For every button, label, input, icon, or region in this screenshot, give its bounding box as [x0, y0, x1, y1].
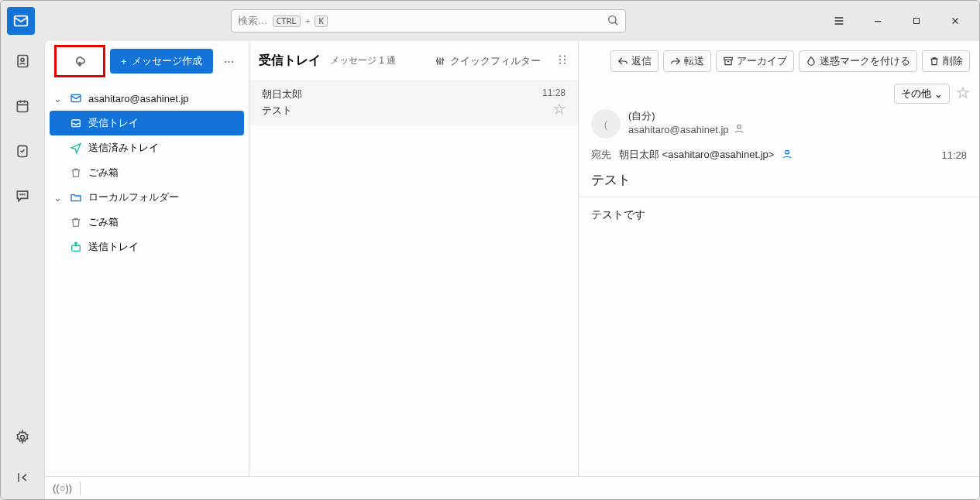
- junk-label: 迷惑マークを付ける: [820, 54, 910, 68]
- trash-icon: [68, 166, 84, 179]
- svg-point-8: [22, 194, 23, 195]
- app-mail-icon[interactable]: [7, 7, 35, 35]
- window-minimize-button[interactable]: [860, 8, 896, 34]
- chat-icon[interactable]: [7, 180, 38, 211]
- archive-button[interactable]: アーカイブ: [716, 50, 794, 72]
- message-sender: 朝日太郎: [262, 87, 302, 101]
- trash-icon: [68, 216, 84, 228]
- svg-point-10: [21, 436, 25, 440]
- reading-pane: 返信 転送 アーカイブ 迷惑マークを付ける 削除 その他⌄ ( (自分) asa…: [579, 41, 979, 476]
- svg-point-9: [24, 194, 25, 195]
- list-title: 受信トレイ: [259, 53, 321, 69]
- status-bar: ((○)): [45, 476, 979, 499]
- titlebar: 検索… CTRL + K: [1, 1, 979, 41]
- star-icon[interactable]: [956, 86, 970, 102]
- svg-point-7: [20, 194, 21, 195]
- message-list-pane: 受信トレイ メッセージ 1 通 クイックフィルター 朝日太郎 11:28 テスト: [249, 41, 579, 476]
- folder-label: ごみ箱: [88, 166, 119, 180]
- folder-outbox[interactable]: 送信トレイ: [45, 235, 249, 259]
- contact-icon[interactable]: [734, 123, 744, 136]
- folder-pane: + メッセージ作成 ⋯ ⌄ asahitaro@asahinet.jp 受信トレ…: [45, 41, 249, 476]
- sent-icon: [68, 142, 84, 154]
- forward-label: 転送: [684, 54, 704, 68]
- svg-point-14: [436, 60, 438, 61]
- divider: [80, 481, 81, 495]
- folder-label: ごみ箱: [88, 215, 119, 229]
- account-row[interactable]: ⌄ asahitaro@asahinet.jp: [45, 86, 249, 111]
- folder-inbox[interactable]: 受信トレイ: [50, 111, 244, 135]
- search-placeholder: 検索…: [238, 14, 268, 28]
- chevron-down-icon: ⌄: [934, 88, 943, 100]
- recipient-value: 朝日太郎 <asahitaro@asahinet.jp>: [619, 148, 774, 162]
- recipient-label: 宛先: [591, 148, 611, 162]
- delete-label: 削除: [943, 54, 963, 68]
- svg-point-4: [21, 58, 24, 61]
- avatar: (: [591, 109, 621, 139]
- forward-button[interactable]: 転送: [663, 50, 711, 72]
- message-subject: テスト: [262, 104, 292, 118]
- svg-point-18: [737, 125, 741, 128]
- sender-email: asahitaro@asahinet.jp: [628, 124, 729, 135]
- avatar-initial: (: [604, 118, 607, 130]
- folder-icon: [68, 191, 84, 204]
- address-book-icon[interactable]: [7, 46, 38, 77]
- message-item[interactable]: 朝日太郎 11:28 テスト: [249, 81, 578, 125]
- svg-point-15: [439, 62, 441, 63]
- settings-icon[interactable]: [7, 422, 38, 453]
- chevron-down-icon: ⌄: [51, 93, 64, 104]
- archive-label: アーカイブ: [737, 54, 787, 68]
- app-menu-button[interactable]: [821, 8, 857, 34]
- list-count: メッセージ 1 通: [330, 54, 396, 67]
- junk-button[interactable]: 迷惑マークを付ける: [799, 50, 917, 72]
- account-name: ローカルフォルダー: [88, 190, 179, 204]
- search-icon: [607, 14, 619, 29]
- chevron-down-icon: ⌄: [51, 192, 64, 204]
- contact-icon[interactable]: [782, 149, 793, 162]
- plus-icon: +: [121, 56, 127, 67]
- folder-label: 送信済みトレイ: [88, 141, 159, 155]
- other-actions-button[interactable]: その他⌄: [894, 84, 950, 104]
- message-time: 11:28: [542, 87, 566, 101]
- tasks-icon[interactable]: [7, 135, 38, 166]
- svg-rect-17: [724, 57, 733, 60]
- search-plus: +: [305, 16, 310, 26]
- star-icon[interactable]: [553, 103, 566, 118]
- quick-filter-button[interactable]: クイックフィルター: [435, 54, 541, 68]
- get-messages-button[interactable]: [54, 45, 105, 77]
- folder-label: 受信トレイ: [88, 116, 139, 130]
- list-layout-button[interactable]: [556, 53, 569, 68]
- calendar-icon[interactable]: [7, 91, 38, 122]
- compose-label: メッセージ作成: [132, 54, 202, 68]
- compose-button[interactable]: + メッセージ作成: [110, 49, 213, 74]
- spaces-toolbar: [1, 41, 44, 499]
- window-close-button[interactable]: [937, 8, 973, 34]
- folder-more-button[interactable]: ⋯: [218, 50, 239, 72]
- sync-icon[interactable]: ((○)): [53, 482, 72, 494]
- svg-point-1: [608, 15, 615, 22]
- collapse-rail-icon[interactable]: [7, 462, 38, 493]
- inbox-icon: [68, 117, 84, 129]
- quick-filter-label: クイックフィルター: [450, 54, 541, 68]
- message-time: 11:28: [941, 149, 967, 161]
- delete-button[interactable]: 削除: [922, 50, 970, 72]
- search-kbd-ctrl: CTRL: [273, 15, 301, 27]
- account-name: asahitaro@asahinet.jp: [88, 93, 189, 104]
- svg-point-16: [442, 59, 443, 60]
- folder-tree: ⌄ asahitaro@asahinet.jp 受信トレイ 送信済みトレイ: [45, 81, 249, 264]
- folder-local-trash[interactable]: ごみ箱: [45, 210, 249, 235]
- svg-point-19: [786, 150, 789, 154]
- message-subject: テスト: [579, 166, 979, 193]
- folder-trash[interactable]: ごみ箱: [45, 160, 249, 185]
- message-body: テストです: [579, 197, 979, 233]
- other-label: その他: [901, 87, 931, 101]
- search-kbd-k: K: [315, 15, 328, 27]
- window-maximize-button[interactable]: [899, 8, 934, 34]
- reply-button[interactable]: 返信: [610, 50, 658, 72]
- svg-rect-5: [17, 101, 27, 111]
- search-input[interactable]: 検索… CTRL + K: [231, 9, 626, 33]
- reply-label: 返信: [631, 54, 652, 68]
- folder-label: 送信トレイ: [88, 240, 139, 254]
- svg-rect-2: [914, 19, 920, 24]
- folder-sent[interactable]: 送信済みトレイ: [45, 135, 249, 160]
- account-row-local[interactable]: ⌄ ローカルフォルダー: [45, 185, 249, 210]
